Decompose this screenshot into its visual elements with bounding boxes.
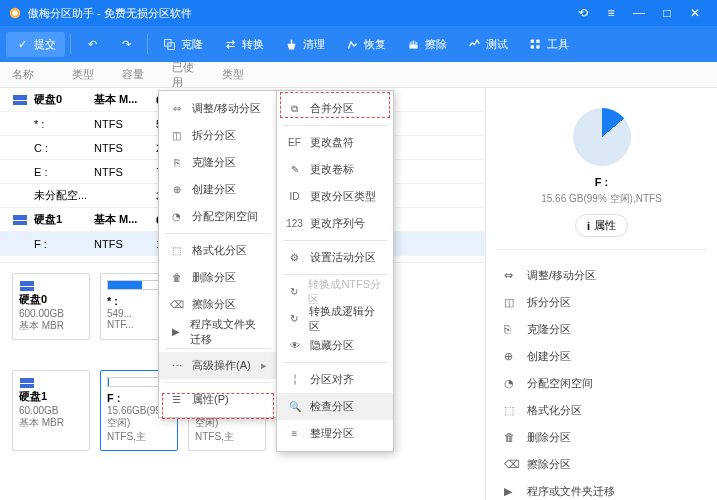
properties-button[interactable]: i属性 (575, 214, 628, 237)
erase-button[interactable]: 擦除 (397, 32, 456, 57)
col-fstype: 类型 (222, 67, 268, 82)
minimize-button[interactable]: — (625, 6, 653, 20)
side-op[interactable]: ▶程序或文件夹迁移 (496, 478, 707, 500)
menu-label: 转换成逻辑分区 (309, 304, 383, 334)
side-op[interactable]: ⇔调整/移动分区 (496, 262, 707, 289)
menu-icon: ↻ (287, 311, 301, 326)
redo-button[interactable]: ↷ (110, 32, 142, 56)
app-icon (8, 6, 22, 20)
row-type: 基本 M... (94, 92, 156, 107)
menu-item[interactable]: ◫拆分分区 (159, 122, 277, 149)
toolbar: ✓提交 ↶ ↷ 克隆 ⇄转换 清理 恢复 擦除 测试 工具 (0, 26, 717, 62)
submenu-item[interactable]: ID更改分区类型 (277, 183, 393, 210)
undo-button[interactable]: ↶ (76, 32, 108, 56)
svg-rect-11 (13, 215, 27, 220)
menu-icon: ▶ (169, 324, 182, 339)
side-op[interactable]: ⊕创建分区 (496, 343, 707, 370)
side-op[interactable]: ⎘克隆分区 (496, 316, 707, 343)
menu-item[interactable]: ⊕创建分区 (159, 176, 277, 203)
window-title: 傲梅分区助手 - 免费无损分区软件 (28, 6, 569, 21)
submenu-item[interactable]: ≡整理分区 (277, 420, 393, 447)
side-op[interactable]: ◔分配空闲空间 (496, 370, 707, 397)
clean-button[interactable]: 清理 (275, 32, 334, 57)
svg-rect-9 (13, 95, 27, 100)
menu-icon: ↻ (287, 284, 300, 299)
svg-rect-13 (20, 281, 34, 286)
row-name: F : (34, 238, 94, 250)
partition-context-menu: ⇔调整/移动分区◫拆分分区⎘克隆分区⊕创建分区◔分配空闲空间⬚格式化分区🗑删除分… (158, 90, 278, 418)
op-label: 克隆分区 (527, 322, 571, 337)
menu-icon: ⌫ (169, 297, 184, 312)
convert-icon: ⇄ (223, 37, 237, 51)
op-label: 创建分区 (527, 349, 571, 364)
menu-label: 调整/移动分区 (192, 101, 261, 116)
maximize-button[interactable]: □ (653, 6, 681, 20)
side-op[interactable]: ⬚格式化分区 (496, 397, 707, 424)
menu-item[interactable]: ☰属性(P) (159, 386, 277, 413)
menu-label: 更改盘符 (310, 135, 354, 150)
clone-button[interactable]: 克隆 (153, 32, 212, 57)
sync-button[interactable]: ⟲ (569, 6, 597, 20)
op-icon: ▶ (504, 485, 518, 499)
menu-icon: 🗑 (169, 270, 184, 285)
side-op[interactable]: 🗑删除分区 (496, 424, 707, 451)
row-name: 硬盘0 (34, 92, 94, 107)
submenu-item[interactable]: 123更改序列号 (277, 210, 393, 237)
submenu-item[interactable]: ⧉合并分区 (277, 95, 393, 122)
card-fs: NTFS,主 (107, 430, 171, 444)
menu-icon: 🔍 (287, 399, 302, 414)
left-pane: 硬盘0基本 M...600.00...* :NTFS549.00C :NTFS2… (0, 88, 485, 500)
menu-button[interactable]: ≡ (597, 6, 625, 20)
menu-label: 格式化分区 (192, 243, 247, 258)
commit-button[interactable]: ✓提交 (6, 32, 65, 57)
col-name: 名称 (12, 67, 72, 82)
submenu-item[interactable]: ✎更改卷标 (277, 156, 393, 183)
menu-item[interactable]: ▶程序或文件夹迁移 (159, 318, 277, 345)
menu-label: 合并分区 (310, 101, 354, 116)
menu-label: 更改卷标 (310, 162, 354, 177)
submenu-item[interactable]: 🔍检查分区 (277, 393, 393, 420)
disk-card[interactable]: 硬盘160.00GB基本 MBR (12, 370, 90, 451)
disk-card[interactable]: 硬盘0600.00GB基本 MBR (12, 273, 90, 340)
card-fs: 基本 MBR (19, 319, 83, 333)
menu-item[interactable]: 🗑删除分区 (159, 264, 277, 291)
submenu-item[interactable]: EF更改盘符 (277, 129, 393, 156)
tools-button[interactable]: 工具 (519, 32, 578, 57)
menu-icon: ⋯ (169, 358, 184, 373)
menu-icon: ⇔ (169, 101, 184, 116)
submenu-item[interactable]: ╎分区对齐 (277, 366, 393, 393)
menu-item[interactable]: ⋯高级操作(A)▸ (159, 352, 277, 379)
partition-info: F : 15.66 GB(99% 空闲),NTFS i属性 (496, 176, 707, 237)
menu-item[interactable]: ⬚格式化分区 (159, 237, 277, 264)
op-label: 程序或文件夹迁移 (527, 484, 615, 499)
svg-rect-6 (536, 39, 539, 42)
menu-label: 创建分区 (192, 182, 236, 197)
menu-label: 克隆分区 (192, 155, 236, 170)
convert-button[interactable]: ⇄转换 (214, 32, 273, 57)
menu-label: 更改分区类型 (310, 189, 376, 204)
submenu-item[interactable]: ⚙设置活动分区 (277, 244, 393, 271)
disk-icon (12, 214, 34, 226)
op-label: 调整/移动分区 (527, 268, 596, 283)
menu-item[interactable]: ⌫擦除分区 (159, 291, 277, 318)
submenu-item[interactable]: 👁隐藏分区 (277, 332, 393, 359)
menu-label: 删除分区 (192, 270, 236, 285)
menu-item[interactable]: ⎘克隆分区 (159, 149, 277, 176)
op-label: 分配空闲空间 (527, 376, 593, 391)
erase-icon (406, 37, 420, 51)
menu-item[interactable]: ◔分配空闲空间 (159, 203, 277, 230)
svg-rect-14 (20, 287, 34, 291)
menu-label: 分区对齐 (310, 372, 354, 387)
menu-item[interactable]: ⇔调整/移动分区 (159, 95, 277, 122)
side-op[interactable]: ◫拆分分区 (496, 289, 707, 316)
menu-icon: ◔ (169, 209, 184, 224)
side-op[interactable]: ⌫擦除分区 (496, 451, 707, 478)
menu-label: 设置活动分区 (310, 250, 376, 265)
clean-icon (284, 37, 298, 51)
submenu-item[interactable]: ↻转换成逻辑分区 (277, 305, 393, 332)
svg-rect-12 (13, 221, 27, 225)
test-button[interactable]: 测试 (458, 32, 517, 57)
recover-button[interactable]: 恢复 (336, 32, 395, 57)
close-button[interactable]: ✕ (681, 6, 709, 20)
submenu-item[interactable]: ↻转换成NTFS分区 (277, 278, 393, 305)
